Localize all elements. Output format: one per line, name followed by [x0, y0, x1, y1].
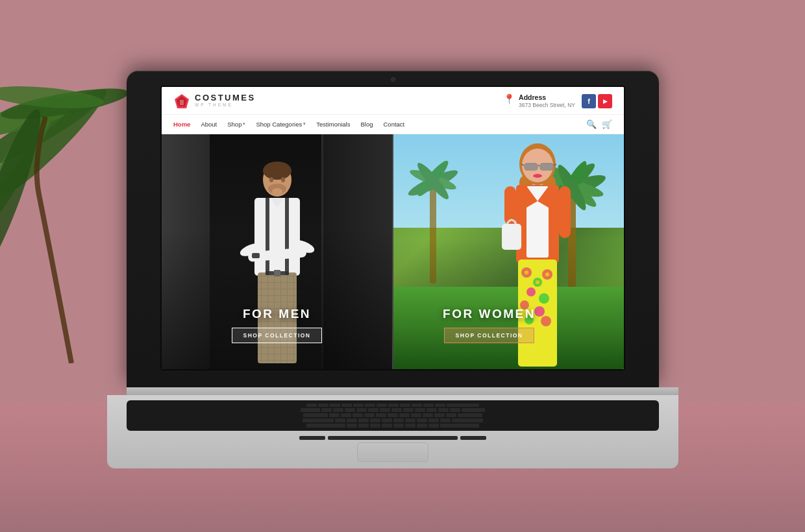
svg-rect-50	[539, 163, 554, 171]
men-title: FOR MEN	[243, 307, 311, 321]
logo-text: COSTUMES WP THEME	[195, 93, 256, 108]
shop-cat-dropdown-arrow: ▾	[303, 121, 306, 127]
svg-rect-49	[524, 163, 538, 171]
trackpad[interactable]	[357, 442, 428, 462]
nav-shop[interactable]: Shop ▾	[227, 121, 245, 128]
camera	[391, 77, 395, 82]
nav-actions: 🔍 🛒	[586, 119, 612, 129]
svg-point-12	[269, 177, 273, 182]
facebook-button[interactable]: f	[582, 94, 596, 108]
facebook-icon: f	[588, 97, 590, 105]
nav-about[interactable]: About	[201, 121, 217, 128]
svg-rect-23	[252, 253, 260, 258]
nav-links: Home About Shop ▾ Shop Categories ▾ Test…	[173, 121, 404, 128]
men-shop-button[interactable]: SHOP COLLECTION	[232, 328, 321, 343]
hero-men-panel: FOR MEN SHOP COLLECTION	[162, 134, 392, 369]
svg-point-54	[533, 174, 542, 178]
women-panel-content: FOR WOMEN SHOP COLLECTION	[443, 307, 536, 343]
svg-rect-31	[266, 271, 269, 275]
svg-rect-30	[274, 270, 280, 276]
nav-contact[interactable]: Contact	[384, 121, 405, 128]
nav-home[interactable]: Home	[173, 121, 190, 128]
svg-rect-17	[266, 198, 269, 276]
svg-point-71	[541, 316, 551, 326]
men-panel-content: FOR MEN SHOP COLLECTION	[232, 307, 321, 343]
logo-icon	[173, 93, 190, 110]
svg-point-11	[263, 162, 291, 180]
top-bar: COSTUMES WP THEME 📍 Address 3673 Beech S…	[162, 87, 624, 115]
svg-point-69	[534, 306, 545, 317]
svg-rect-32	[285, 271, 289, 275]
nav-blog[interactable]: Blog	[360, 121, 373, 128]
navbar: Home About Shop ▾ Shop Categories ▾ Test…	[162, 115, 624, 134]
address-label: Address	[519, 93, 575, 102]
laptop-keyboard-frame	[107, 395, 678, 468]
youtube-icon: ▶	[603, 98, 608, 104]
svg-rect-61	[502, 224, 521, 250]
keyboard	[127, 400, 659, 431]
laptop-base	[127, 395, 678, 468]
svg-rect-16	[254, 198, 300, 276]
search-button[interactable]: 🔍	[586, 119, 597, 129]
address-area: 📍 Address 3673 Beech Street, NY	[503, 93, 575, 108]
website: COSTUMES WP THEME 📍 Address 3673 Beech S…	[162, 87, 624, 369]
nav-shop-categories[interactable]: Shop Categories ▾	[256, 121, 306, 128]
address-social: 📍 Address 3673 Beech Street, NY f	[503, 93, 612, 108]
address-detail: 3673 Beech Street, NY	[519, 102, 575, 108]
hero-section: FOR MEN SHOP COLLECTION	[162, 134, 624, 369]
women-shop-button[interactable]: SHOP COLLECTION	[444, 328, 534, 343]
laptop: COSTUMES WP THEME 📍 Address 3673 Beech S…	[127, 71, 678, 468]
women-title: FOR WOMEN	[443, 307, 536, 321]
svg-point-13	[281, 177, 285, 182]
shop-dropdown-arrow: ▾	[243, 121, 245, 127]
svg-point-15	[272, 188, 282, 195]
svg-rect-18	[285, 198, 289, 276]
svg-point-67	[539, 293, 549, 304]
cart-button[interactable]: 🛒	[602, 119, 612, 129]
svg-rect-59	[559, 186, 571, 238]
logo: COSTUMES WP THEME	[173, 93, 256, 110]
laptop-hinge	[127, 387, 678, 395]
svg-point-73	[536, 280, 539, 284]
pin-icon: 📍	[503, 94, 515, 104]
hero-women-panel: FOR WOMEN SHOP COLLECTION	[393, 134, 624, 369]
svg-point-72	[525, 271, 528, 274]
logo-subtitle: WP THEME	[195, 103, 256, 108]
address-block: Address 3673 Beech Street, NY	[519, 93, 575, 108]
svg-point-74	[545, 272, 549, 276]
logo-title: COSTUMES	[195, 93, 256, 103]
social-icons: f ▶	[582, 94, 612, 108]
screen-bezel: COSTUMES WP THEME 📍 Address 3673 Beech S…	[160, 86, 625, 370]
svg-rect-9	[180, 100, 184, 105]
nav-testimonials[interactable]: Testimonials	[316, 121, 350, 128]
laptop-lid: COSTUMES WP THEME 📍 Address 3673 Beech S…	[127, 71, 659, 387]
svg-point-66	[526, 287, 536, 296]
youtube-button[interactable]: ▶	[598, 94, 612, 108]
